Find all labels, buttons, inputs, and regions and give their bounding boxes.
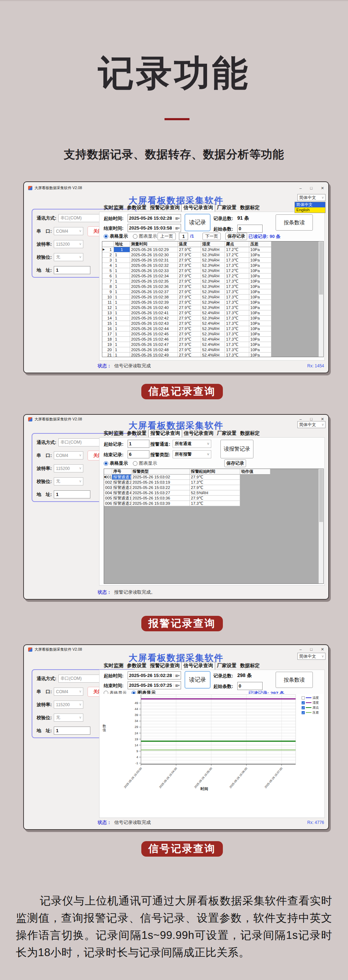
read-records-button[interactable]: 读记录 (184, 671, 211, 689)
table-row[interactable]: 004报警通道4:湿度高报警动作2025-05-26 15:03:2752.5%… (104, 490, 323, 496)
end-time-input[interactable]: 2025-05-26 15:07:25 ▦▾ (128, 681, 181, 689)
table-row[interactable]: 002报警通道2:露点高报警返回2025-05-26 15:03:1917.3℃ (104, 480, 323, 485)
language-option-简体中文[interactable]: 简体中文 (295, 202, 325, 207)
table-row[interactable]: 003报警通道3:温度高报警返回2025-05-26 15:03:2227.9℃ (104, 485, 323, 490)
minimize-button[interactable]: – (299, 647, 302, 652)
table-row[interactable]: 1912025-05-26 15:02:4727.9℃52.4%RH17.3℃1… (102, 342, 323, 347)
read-records-button[interactable]: 读记录 (184, 214, 211, 231)
legend-checkbox[interactable] (302, 696, 305, 700)
datepicker-icon[interactable]: ▦▾ (174, 216, 180, 220)
records-table[interactable]: 地址测量时间温度湿度露点压差1▶12025-05-26 15:02:2927.9… (102, 241, 324, 357)
start-index-input[interactable]: 0 (237, 224, 262, 233)
maximize-button[interactable]: □ (310, 186, 313, 191)
radio-table-display[interactable] (104, 461, 108, 466)
read-by-count-button[interactable]: 按条数读 (276, 672, 313, 688)
tab-报警记录查询[interactable]: 报警记录查询 (148, 204, 181, 212)
tab-实时监测[interactable]: 实时监测 (102, 430, 125, 437)
datepicker-icon[interactable]: ▦▾ (174, 226, 180, 230)
radio-chart-display[interactable] (133, 461, 137, 466)
window-titlebar[interactable]: 大屏看板数据采集软件 V2.08 – □ ✕ (24, 645, 328, 653)
table-row[interactable]: 912025-05-26 15:02:3727.9℃52.3%RH17.3℃10… (102, 289, 323, 294)
legend-checkbox[interactable]: ✓ (302, 711, 305, 714)
table-row[interactable]: 006报警通道2:露点低报警动作2025-05-26 15:03:3917.3℃ (104, 501, 323, 506)
table-row[interactable]: 1012025-05-26 15:02:3827.9℃52.3%RH17.3℃1… (102, 294, 323, 300)
table-row[interactable]: 1412025-05-26 15:02:4227.9℃52.3%RH17.3℃1… (102, 316, 323, 321)
tab-参数设置[interactable]: 参数设置 (125, 204, 148, 212)
scrollbar-thumb[interactable] (319, 242, 323, 294)
settings-select-3[interactable]: 无˅ (54, 477, 83, 485)
start-time-input[interactable]: 2025-05-26 15:02:28 ▦▾ (128, 214, 181, 222)
table-row[interactable]: 612025-05-26 15:02:3427.9℃52.3%RH17.2℃10… (102, 274, 323, 279)
table-row[interactable]: 2012025-05-26 15:02:4827.9℃52.4%RH17.3℃1… (102, 347, 323, 353)
language-dropdown-list[interactable]: 简体中文English (295, 202, 326, 213)
address-input[interactable]: 1 (54, 727, 91, 735)
table-row[interactable]: 1812025-05-26 15:02:4627.9℃52.4%RH17.3℃1… (102, 337, 323, 342)
table-row[interactable]: 1712025-05-26 15:02:4527.9℃52.3%RH17.3℃1… (102, 331, 323, 337)
tab-数据标定[interactable]: 数据标定 (238, 430, 262, 437)
end-record-input[interactable]: 6 (128, 450, 149, 458)
save-records-button[interactable]: 保存记录 (225, 233, 247, 240)
settings-select-2[interactable]: 115200˅ (54, 465, 83, 473)
table-row[interactable]: 1312025-05-26 15:02:4127.9℃52.4%RH17.3℃1… (102, 310, 323, 316)
address-input[interactable]: 1 (54, 266, 91, 274)
table-row[interactable]: 412025-05-26 15:02:3227.9℃52.3%RH17.3℃10… (102, 263, 323, 268)
table-row[interactable]: 2112025-05-26 15:02:4927.9℃52.4%RH17.3℃1… (102, 353, 323, 357)
prev-page-button[interactable]: 上一页 (157, 233, 176, 240)
end-time-input[interactable]: 2025-05-26 15:03:58 ▦▾ (128, 224, 181, 232)
tab-厂家设置[interactable]: 厂家设置 (215, 204, 238, 212)
tab-信号记录查询[interactable]: 信号记录查询 (182, 430, 215, 437)
table-row[interactable]: 212025-05-26 15:02:3027.9℃52.3%RH17.2℃10… (102, 252, 323, 258)
tab-参数设置[interactable]: 参数设置 (125, 662, 148, 670)
tab-报警记录查询[interactable]: 报警记录查询 (148, 430, 182, 437)
table-row[interactable]: 812025-05-26 15:02:3627.9℃52.3%RH17.3℃10… (102, 284, 323, 289)
page-number-input[interactable]: 1 (179, 233, 188, 240)
alarm-channel-select[interactable]: 所有通道 ˅ (173, 440, 211, 448)
settings-select-2[interactable]: 115200˅ (54, 240, 83, 248)
table-row[interactable]: 312025-05-26 15:02:3127.9℃52.3%RH17.3℃10… (102, 258, 323, 263)
datepicker-icon[interactable]: ▦▾ (174, 674, 180, 677)
settings-select-3[interactable]: 无˅ (54, 714, 83, 722)
settings-select-1[interactable]: COM4˅ (54, 687, 83, 696)
table-row[interactable]: 1512025-05-26 15:02:4327.9℃52.4%RH17.3℃1… (102, 321, 323, 326)
language-select[interactable]: 简体中文 ˅ (297, 653, 326, 660)
language-select[interactable]: 简体中文 ˅ (297, 421, 326, 428)
alarm-records-table[interactable]: 序号报警类型报警起始时间动作值001▶报警通道1:温度低报警动作2025-05-… (104, 469, 324, 584)
radio-table-display[interactable] (104, 234, 108, 239)
table-scrollbar[interactable] (318, 469, 323, 584)
radio-chart-display[interactable] (133, 234, 137, 239)
address-input[interactable]: 1 (54, 490, 91, 498)
window-titlebar[interactable]: 大屏看板数据采集软件 V2.08 – □ ✕ (24, 182, 328, 192)
tab-信号记录查询[interactable]: 信号记录查询 (181, 204, 215, 212)
settings-select-2[interactable]: 115200˅ (54, 700, 83, 709)
table-row[interactable]: 1▶12025-05-26 15:02:2927.9℃52.3%RH17.2℃1… (102, 247, 323, 252)
tab-实时监测[interactable]: 实时监测 (102, 204, 125, 212)
tab-报警记录查询[interactable]: 报警记录查询 (148, 662, 181, 670)
table-row[interactable]: 712025-05-26 15:02:3527.9℃52.3%RH17.3℃10… (102, 279, 323, 284)
table-row[interactable]: 1212025-05-26 15:02:4027.9℃52.3%RH17.3℃1… (102, 305, 323, 310)
scrollbar-thumb[interactable] (319, 469, 323, 522)
next-page-button[interactable]: 下一页 (202, 233, 221, 240)
start-time-input[interactable]: 2025-05-26 15:02:28 ▦▾ (128, 671, 181, 679)
table-row[interactable]: 005报警通道1:温度高报警返回2025-05-26 15:03:3627.9℃ (104, 496, 323, 501)
start-record-input[interactable]: 1 (128, 440, 149, 448)
tab-数据标定[interactable]: 数据标定 (238, 662, 262, 670)
read-by-count-button[interactable]: 按条数读 (276, 215, 313, 231)
tab-参数设置[interactable]: 参数设置 (125, 430, 148, 437)
tab-厂家设置[interactable]: 厂家设置 (215, 662, 238, 670)
close-button[interactable]: ✕ (321, 647, 324, 652)
legend-checkbox[interactable]: ✓ (302, 706, 305, 710)
tab-实时监测[interactable]: 实时监测 (102, 662, 125, 670)
tab-厂家设置[interactable]: 厂家设置 (215, 430, 238, 437)
tab-信号记录查询[interactable]: 信号记录查询 (181, 662, 215, 670)
start-index-input[interactable]: 0 (237, 682, 262, 690)
tab-数据标定[interactable]: 数据标定 (238, 204, 262, 212)
datepicker-icon[interactable]: ▦▾ (174, 684, 180, 687)
maximize-button[interactable]: □ (310, 647, 313, 652)
language-option-English[interactable]: English (295, 207, 325, 213)
settings-select-1[interactable]: COM4˅ (54, 227, 83, 235)
table-row[interactable]: 001▶报警通道1:温度低报警动作2025-05-26 15:03:0227.9… (104, 474, 323, 480)
close-button[interactable]: ✕ (321, 186, 324, 191)
settings-select-1[interactable]: COM4˅ (54, 451, 83, 460)
minimize-button[interactable]: – (299, 186, 302, 191)
table-row[interactable]: 1612025-05-26 15:02:4427.9℃52.3%RH17.3℃1… (102, 326, 323, 331)
